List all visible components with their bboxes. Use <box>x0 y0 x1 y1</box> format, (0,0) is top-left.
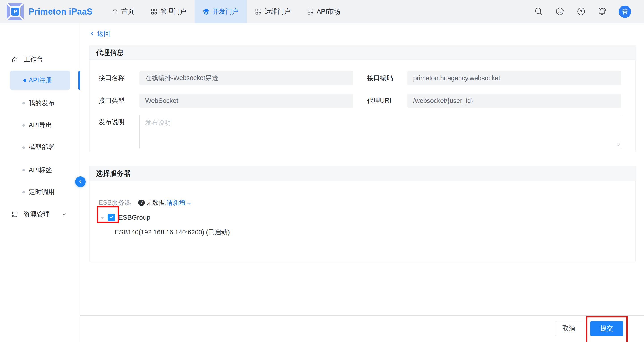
submit-button[interactable]: 提交 <box>590 321 623 336</box>
card-title: 选择服务器 <box>96 169 131 178</box>
proxy-uri-input[interactable] <box>407 94 621 108</box>
top-nav-item-admin-portal[interactable]: 管理门户 <box>142 0 194 24</box>
esb-group-row: ESBGroup <box>99 212 150 222</box>
sidebar-item-label: 工作台 <box>24 55 43 64</box>
sidebar-group-resource-management[interactable]: 资源管理 <box>0 208 80 221</box>
footer-divider <box>80 315 644 316</box>
server-select-body: ESB服务器 i 无数据, 请新增→ <box>90 181 636 262</box>
cancel-button[interactable]: 取消 <box>555 321 582 336</box>
top-nav-item-home[interactable]: 首页 <box>103 0 142 24</box>
add-new-link[interactable]: 请新增→ <box>167 198 192 207</box>
bullet-dot-icon <box>22 102 25 104</box>
sidebar-item-label: API标签 <box>29 166 52 174</box>
esb-group-checkbox[interactable] <box>108 214 115 221</box>
brand-logo-icon: P <box>7 3 24 20</box>
field-label-interface-type: 接口类型 <box>99 96 139 105</box>
app-window: P Primeton iPaaS 首页 <box>0 0 644 342</box>
release-notes-textarea[interactable] <box>139 114 621 149</box>
notifications-button[interactable] <box>598 7 607 16</box>
grid-icon <box>255 8 262 15</box>
sidebar-item-api-register[interactable]: API注册 <box>10 71 70 90</box>
top-actions: AI ? <box>534 6 631 18</box>
sidebar-item-model-deploy[interactable]: 模型部署 <box>0 141 80 154</box>
field-label-release-notes: 发布说明 <box>99 118 139 149</box>
esb-group-label: ESBGroup <box>118 214 150 221</box>
sidebar-item-label: 我的发布 <box>29 99 54 108</box>
ai-icon: AI <box>555 7 564 17</box>
field-label-interface-name: 接口名称 <box>99 74 139 82</box>
main-content: 返回 代理信息 接口名称 接口编码 <box>80 24 644 342</box>
interface-name-input[interactable] <box>139 71 353 85</box>
logo-letter: P <box>11 8 19 16</box>
proxy-form: 接口名称 接口编码 接口类型 代理URI <box>90 60 636 152</box>
bullet-dot-icon <box>22 169 25 171</box>
sidebar-item-label: 定时调用 <box>29 188 54 196</box>
caret-down-icon[interactable] <box>100 216 104 219</box>
interface-type-input[interactable] <box>139 94 353 108</box>
esb-server-label: ESB服务器 <box>99 198 131 207</box>
back-label: 返回 <box>97 30 110 38</box>
top-nav-item-api-market[interactable]: API市场 <box>299 0 348 24</box>
brand-name: Primeton iPaaS <box>29 7 92 16</box>
sidebar-item-label: API注册 <box>29 76 52 85</box>
sidebar-item-label: API导出 <box>29 121 52 130</box>
sidebar: 工作台 API管理 API注册 我的发布 <box>0 24 80 342</box>
active-indicator <box>78 71 80 90</box>
ai-button[interactable]: AI <box>555 7 564 17</box>
esb-server-item: ESB140(192.168.16.140:6200) (已启动) <box>115 228 230 237</box>
bullet-dot-icon <box>22 191 25 194</box>
bell-icon <box>598 7 607 16</box>
chevron-down-icon <box>61 211 67 217</box>
grid-icon <box>151 8 158 15</box>
top-nav: P Primeton iPaaS 首页 <box>0 0 644 24</box>
top-nav-label: 开发门户 <box>212 7 238 16</box>
top-nav-label: API市场 <box>317 7 340 16</box>
top-nav-label: 管理门户 <box>160 7 186 16</box>
sidebar-item-my-publications[interactable]: 我的发布 <box>0 97 80 110</box>
brand[interactable]: P Primeton iPaaS <box>7 3 92 20</box>
no-data-text: 无数据, <box>146 198 167 207</box>
sidebar-item-workbench[interactable]: 工作台 <box>0 53 80 66</box>
layers-icon <box>203 8 210 15</box>
top-nav-label: 首页 <box>121 7 134 16</box>
svg-text:?: ? <box>580 9 583 14</box>
avatar[interactable]: 管 <box>619 6 631 18</box>
sidebar-collapse-button[interactable] <box>75 176 86 187</box>
top-nav-item-ops-portal[interactable]: 运维门户 <box>247 0 299 24</box>
bullet-dot-icon <box>22 146 25 149</box>
chevron-left-icon <box>78 178 84 185</box>
card-title: 代理信息 <box>96 48 124 58</box>
home-icon <box>11 56 18 63</box>
bullet-dot-icon <box>22 124 25 126</box>
no-data-hint: i 无数据, 请新增→ <box>138 198 192 207</box>
bullet-dot-icon <box>24 79 26 82</box>
info-icon: i <box>138 200 145 206</box>
card-header: 代理信息 <box>90 45 636 60</box>
sidebar-item-api-tags[interactable]: API标签 <box>0 164 80 176</box>
proxy-info-card: 代理信息 接口名称 接口编码 接口类型 <box>90 45 636 152</box>
sidebar-item-api-export[interactable]: API导出 <box>0 119 80 132</box>
sidebar-item-label: 模型部署 <box>29 143 54 152</box>
field-label-proxy-uri: 代理URI <box>367 96 407 105</box>
help-button[interactable]: ? <box>577 7 586 16</box>
server-icon <box>11 211 18 218</box>
home-icon <box>112 8 118 15</box>
esb-server-item-row: ESB140(192.168.16.140:6200) (已启动) <box>115 228 230 237</box>
chevron-left-icon <box>90 30 95 38</box>
card-header: 选择服务器 <box>90 166 636 181</box>
grid-icon <box>307 8 314 15</box>
help-icon: ? <box>577 7 586 16</box>
server-select-card: 选择服务器 ESB服务器 i 无数据, 请新增→ <box>90 166 636 262</box>
interface-code-input[interactable] <box>407 71 621 85</box>
top-menu: 首页 管理门户 开发门户 <box>103 0 348 24</box>
top-nav-item-dev-portal[interactable]: 开发门户 <box>194 0 247 24</box>
field-label-interface-code: 接口编码 <box>367 74 407 82</box>
svg-text:AI: AI <box>558 10 562 13</box>
search-icon <box>534 7 543 16</box>
back-link[interactable]: 返回 <box>90 30 110 38</box>
search-button[interactable] <box>534 7 543 16</box>
sidebar-item-label: 资源管理 <box>24 210 50 219</box>
top-nav-label: 运维门户 <box>264 7 290 16</box>
check-icon <box>109 214 114 220</box>
sidebar-item-scheduled-calls[interactable]: 定时调用 <box>0 186 80 198</box>
